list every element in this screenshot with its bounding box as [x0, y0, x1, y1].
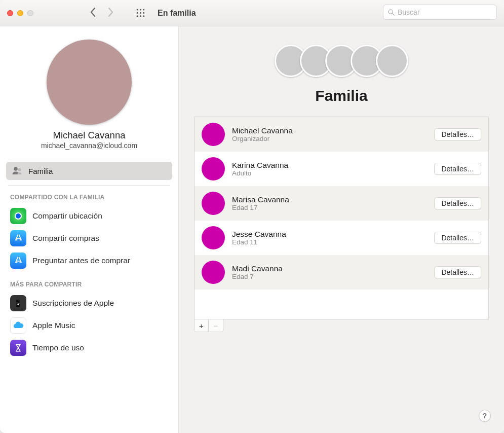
search-input[interactable]: [398, 8, 492, 16]
titlebar: En familia: [0, 0, 504, 26]
minimize-button[interactable]: [17, 10, 23, 16]
sidebar-item-label: Preguntar antes de comprar: [32, 256, 130, 265]
member-name: Madi Cavanna: [232, 264, 283, 273]
hourglass-icon: [10, 340, 26, 356]
sidebar-item-screen-time[interactable]: Tiempo de uso: [6, 337, 172, 359]
search-field[interactable]: [383, 5, 497, 20]
member-name: Karina Cavanna: [232, 161, 288, 170]
nav-arrows: [88, 7, 115, 19]
member-name: Michael Cavanna: [232, 126, 293, 135]
family-member-row[interactable]: Karina Cavanna Adulto Detalles…: [195, 152, 488, 186]
grid-icon[interactable]: [136, 8, 145, 18]
close-button[interactable]: [7, 10, 13, 16]
page-title: Familia: [194, 87, 489, 104]
appstore-icon: [10, 252, 26, 269]
details-button[interactable]: Detalles…: [434, 163, 481, 175]
member-name: Jesse Cavanna: [232, 230, 286, 239]
section-header-shared: COMPARTIDO CON LA FAMILIA: [6, 194, 172, 205]
member-role: Organizador: [232, 135, 293, 142]
family-member-row[interactable]: Jesse Cavanna Edad 11 Detalles…: [195, 221, 488, 255]
back-button[interactable]: [88, 7, 97, 19]
sidebar: Michael Cavanna michael_cavanna@icloud.c…: [0, 26, 179, 433]
details-button[interactable]: Detalles…: [434, 128, 481, 140]
avatar: [202, 123, 225, 146]
sidebar-item-subscriptions[interactable]: tv Suscripciones de Apple: [6, 292, 172, 314]
details-button[interactable]: Detalles…: [434, 266, 481, 278]
family-members-table: Michael Cavanna Organizador Detalles… Ka…: [194, 117, 489, 319]
family-member-row[interactable]: Marisa Cavanna Edad 17 Detalles…: [195, 186, 488, 221]
details-button[interactable]: Detalles…: [434, 232, 481, 244]
sidebar-item-family[interactable]: Familia: [6, 162, 172, 180]
avatar: [202, 192, 225, 215]
window-title: En familia: [158, 9, 196, 18]
chevron-right-icon: [106, 7, 115, 17]
window-controls: [7, 10, 33, 16]
family-member-row[interactable]: Madi Cavanna Edad 7 Detalles…: [195, 255, 488, 290]
chevron-left-icon: [88, 7, 97, 17]
profile-avatar[interactable]: [47, 40, 132, 125]
search-icon: [387, 9, 395, 16]
svg-point-2: [14, 167, 18, 171]
section-header-more: MÁS PARA COMPARTIR: [6, 281, 172, 292]
sidebar-item-label: Compartir compras: [32, 234, 99, 243]
sidebar-item-purchase-sharing[interactable]: Compartir compras: [6, 227, 172, 249]
profile-header: Michael Cavanna michael_cavanna@icloud.c…: [6, 40, 172, 150]
sidebar-item-label: Apple Music: [32, 321, 75, 330]
help-button[interactable]: ?: [479, 410, 491, 422]
sidebar-item-label: Familia: [28, 167, 53, 175]
sidebar-item-location-sharing[interactable]: Compartir ubicación: [6, 205, 172, 227]
details-button[interactable]: Detalles…: [434, 197, 481, 209]
add-remove-controls: + −: [194, 319, 223, 332]
svg-point-3: [18, 168, 21, 171]
family-avatar-stack: [194, 45, 489, 77]
subscriptions-icon: tv: [10, 295, 26, 311]
sidebar-item-label: Suscripciones de Apple: [32, 299, 114, 308]
sidebar-item-label: Tiempo de uso: [32, 343, 84, 352]
family-member-row[interactable]: Michael Cavanna Organizador Detalles…: [195, 117, 488, 152]
icloud-icon: [10, 317, 26, 334]
profile-email: michael_cavanna@icloud.com: [6, 141, 172, 150]
forward-button: [106, 7, 115, 19]
maximize-button: [27, 10, 33, 16]
profile-name: Michael Cavanna: [6, 130, 172, 141]
member-name: Marisa Cavanna: [232, 195, 289, 204]
table-empty-row: [195, 290, 488, 319]
svg-line-1: [392, 13, 394, 15]
avatar: [376, 45, 408, 77]
sidebar-item-ask-to-buy[interactable]: Preguntar antes de comprar: [6, 249, 172, 272]
divider: [8, 185, 170, 186]
member-role: Edad 17: [232, 204, 289, 211]
avatar: [202, 157, 225, 181]
member-role: Edad 11: [232, 238, 286, 246]
add-member-button[interactable]: +: [195, 319, 209, 332]
family-icon: [11, 165, 23, 177]
avatar: [202, 226, 225, 249]
remove-member-button: −: [209, 319, 223, 332]
sidebar-item-label: Compartir ubicación: [32, 211, 102, 221]
member-role: Adulto: [232, 169, 288, 177]
appstore-icon: [10, 230, 26, 246]
findmy-icon: [10, 208, 26, 224]
main-panel: Familia Michael Cavanna Organizador Deta…: [179, 26, 504, 433]
sidebar-item-apple-music[interactable]: Apple Music: [6, 314, 172, 337]
member-role: Edad 7: [232, 273, 283, 280]
avatar: [202, 261, 225, 284]
